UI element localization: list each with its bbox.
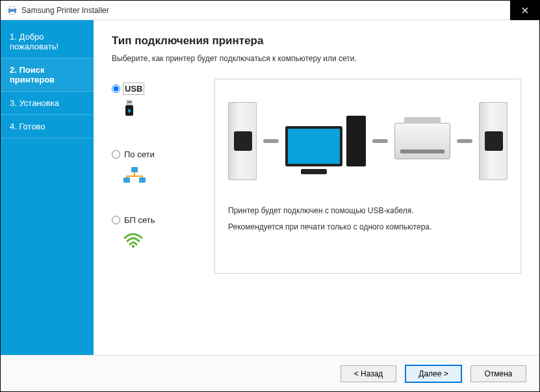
- svg-rect-4: [128, 101, 129, 103]
- tower-graphic: [346, 116, 366, 166]
- installer-window: Samsung Printer Installer 1. Добро пожал…: [0, 0, 540, 392]
- usb-icon: [123, 100, 135, 118]
- connection-illustration: [228, 92, 508, 190]
- step-done: 4. Готово: [1, 115, 94, 138]
- svg-rect-3: [127, 100, 132, 105]
- cancel-button[interactable]: Отмена: [470, 365, 526, 382]
- wifi-icon: [123, 231, 143, 250]
- back-button[interactable]: < Назад: [341, 365, 396, 382]
- radio-network[interactable]: [112, 150, 120, 159]
- cable-graphic-3: [457, 139, 472, 143]
- radio-usb[interactable]: [112, 85, 120, 93]
- page-heading: Тип подключения принтера: [112, 34, 521, 47]
- svg-rect-11: [123, 177, 130, 183]
- body: 1. Добро пожаловать! 2. Поиск принтеров …: [1, 20, 539, 355]
- svg-rect-1: [10, 7, 15, 9]
- close-button[interactable]: [510, 1, 539, 20]
- next-button[interactable]: Далее >: [405, 365, 461, 382]
- printer-graphic: [394, 123, 450, 159]
- preview-description: Принтер будет подключен с помощью USB-ка…: [228, 203, 508, 235]
- step-search: 2. Поиск принтеров: [1, 59, 94, 92]
- preview-panel: Принтер будет подключен с помощью USB-ка…: [214, 79, 521, 274]
- svg-rect-12: [139, 177, 146, 183]
- cable-graphic-2: [372, 139, 388, 143]
- preview-line-2: Рекомендуется при печати только с одного…: [228, 219, 508, 235]
- option-wireless[interactable]: БП сеть: [112, 215, 203, 250]
- step-install: 3. Установка: [1, 92, 94, 115]
- network-icon: [123, 166, 146, 184]
- svg-point-15: [132, 245, 135, 248]
- svg-rect-2: [10, 12, 15, 14]
- app-icon: [7, 5, 18, 16]
- page-subtitle: Выберите, как принтер будет подключаться…: [112, 54, 521, 63]
- monitor-graphic: [285, 126, 342, 166]
- preview-line-1: Принтер будет подключен с помощью USB-ка…: [228, 203, 508, 219]
- printer-port-graphic: [479, 102, 508, 180]
- option-network[interactable]: По сети: [112, 150, 203, 184]
- titlebar: Samsung Printer Installer: [1, 1, 539, 20]
- content: Тип подключения принтера Выберите, как п…: [94, 20, 539, 355]
- window-title: Samsung Printer Installer: [21, 6, 510, 15]
- footer: < Назад Далее > Отмена: [1, 355, 539, 391]
- connection-options: USB: [112, 79, 203, 274]
- svg-rect-8: [131, 167, 138, 172]
- svg-rect-5: [130, 101, 131, 103]
- svg-rect-7: [128, 109, 131, 112]
- option-usb[interactable]: USB: [112, 84, 203, 118]
- pc-port-graphic: [228, 102, 257, 180]
- step-welcome: 1. Добро пожаловать!: [1, 25, 94, 59]
- sidebar: 1. Добро пожаловать! 2. Поиск принтеров …: [1, 20, 94, 355]
- radio-wireless[interactable]: [112, 216, 120, 224]
- cable-graphic: [263, 139, 279, 143]
